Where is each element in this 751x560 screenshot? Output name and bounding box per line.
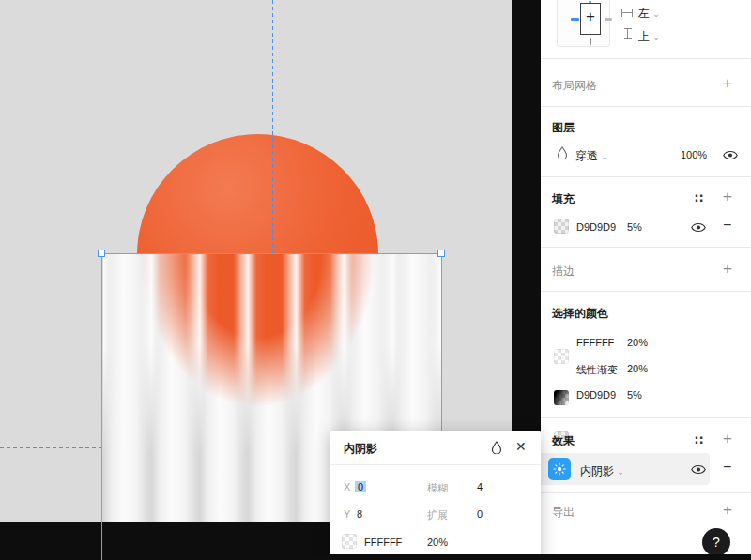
chevron-down-icon: ⌄ [652, 9, 660, 19]
horizontal-constraint-icon [621, 9, 633, 17]
effect-type-value: 内阴影 [580, 464, 614, 477]
selected-color-hex[interactable]: FFFFFF [576, 337, 614, 348]
dialog-title: 内阴影 [344, 441, 377, 457]
selection-top-edge[interactable] [101, 253, 442, 254]
horizontal-constraint-value: 左 [638, 7, 650, 20]
chevron-down-icon: ⌄ [601, 152, 608, 161]
add-fill-button[interactable]: + [723, 190, 732, 204]
bottom-black-strip [0, 554, 751, 560]
vertical-constraint-icon [624, 28, 632, 39]
shadow-color-hex-input[interactable]: FFFFFF [364, 537, 402, 548]
inner-shadow-dialog: 内阴影 ✕ X 0 模糊 4 Y 8 扩展 0 FFFFFF 20% [330, 431, 541, 560]
constraint-right-indicator[interactable] [605, 18, 612, 21]
fill-opacity-input[interactable]: 5% [627, 221, 642, 233]
layout-grid-title: 布局网格 [552, 78, 597, 94]
horizontal-guide-dashed [0, 447, 102, 448]
spread-label: 扩展 [427, 508, 448, 522]
remove-fill-button[interactable]: − [723, 219, 731, 231]
constraint-left-indicator[interactable] [571, 18, 579, 21]
effect-styles-grid-icon[interactable]: ∷ [695, 433, 704, 447]
selected-color-hex[interactable]: D9D9D9 [576, 389, 616, 401]
effect-visibility-eye-icon[interactable] [691, 464, 706, 475]
add-stroke-button[interactable]: + [723, 263, 732, 276]
blur-label: 模糊 [427, 481, 448, 495]
vertical-guide-dashed [272, 0, 273, 254]
pillars-gap-highlights [103, 254, 441, 456]
help-button[interactable]: ? [702, 528, 730, 556]
divider [541, 176, 751, 177]
shadow-color-opacity-input[interactable]: 20% [427, 537, 448, 548]
selected-color-opacity[interactable]: 20% [627, 363, 648, 374]
divider [541, 58, 751, 59]
selected-colors-title: 选择的颜色 [552, 306, 608, 322]
blur-input[interactable]: 4 [477, 481, 483, 492]
divider [541, 106, 751, 107]
stroke-section-title: 描边 [552, 264, 575, 280]
divider [541, 247, 751, 248]
help-button-label: ? [713, 535, 720, 550]
selected-color-swatch-white[interactable] [554, 349, 569, 364]
effect-type-select[interactable]: 内阴影 ⌄ [580, 463, 624, 479]
divider [541, 492, 751, 493]
layer-section-title: 图层 [552, 120, 575, 136]
selection-left-edge[interactable] [101, 253, 102, 560]
fill-color-swatch[interactable] [554, 219, 569, 234]
effects-section-title: 效果 [552, 433, 575, 449]
figma-window: + 左 ⌄ 上 ⌄ 布局网格 + 图层 穿透 ⌄ 100% 填充 [0, 0, 751, 560]
divider [541, 291, 751, 292]
y-offset-label: Y [344, 508, 350, 520]
blend-droplet-icon[interactable] [491, 441, 502, 454]
close-icon[interactable]: ✕ [515, 439, 527, 454]
constraint-bottom-indicator[interactable] [590, 38, 591, 45]
constraints-center-cross-icon: + [584, 10, 597, 23]
chevron-down-icon: ⌄ [652, 33, 660, 42]
dialog-header-divider [330, 464, 541, 465]
blend-mode-value: 穿透 [575, 149, 598, 162]
horizontal-constraint-select[interactable]: 左 ⌄ [638, 6, 660, 22]
export-section-title: 导出 [552, 505, 575, 521]
properties-panel: + 左 ⌄ 上 ⌄ 布局网格 + 图层 穿透 ⌄ 100% 填充 [541, 0, 751, 554]
blend-mode-droplet-icon[interactable] [557, 146, 568, 159]
x-offset-input[interactable]: 0 [355, 481, 366, 492]
selected-color-swatch-gradient[interactable] [554, 390, 569, 405]
blend-mode-select[interactable]: 穿透 ⌄ [575, 148, 608, 164]
layer-opacity-input[interactable]: 100% [681, 149, 707, 160]
shadow-color-swatch[interactable] [342, 534, 357, 549]
divider [541, 417, 751, 418]
selected-color-opacity[interactable]: 20% [627, 337, 648, 348]
selected-color-name[interactable]: 线性渐变 [576, 363, 618, 377]
layer-visibility-eye-icon[interactable] [723, 150, 738, 160]
vertical-constraint-value: 上 [638, 30, 650, 43]
vertical-constraint-select[interactable]: 上 ⌄ [638, 29, 660, 45]
remove-effect-button[interactable]: − [723, 462, 731, 473]
selection-handle-top-right[interactable] [437, 250, 445, 257]
chevron-down-icon: ⌄ [617, 467, 624, 477]
inner-shadow-effect-icon[interactable] [548, 458, 571, 480]
selected-color-opacity[interactable]: 5% [627, 389, 642, 401]
fill-styles-grid-icon[interactable]: ∷ [695, 191, 704, 205]
add-export-button[interactable]: + [723, 504, 732, 517]
fill-visibility-eye-icon[interactable] [691, 222, 706, 233]
add-layout-grid-button[interactable]: + [723, 77, 732, 90]
add-effect-button[interactable]: + [723, 432, 732, 446]
spread-input[interactable]: 0 [477, 508, 483, 520]
y-offset-input[interactable]: 8 [357, 508, 362, 520]
fill-hex-input[interactable]: D9D9D9 [576, 221, 616, 233]
selection-handle-top-left[interactable] [98, 250, 105, 257]
fill-section-title: 填充 [552, 191, 575, 207]
x-offset-label: X [344, 481, 350, 492]
